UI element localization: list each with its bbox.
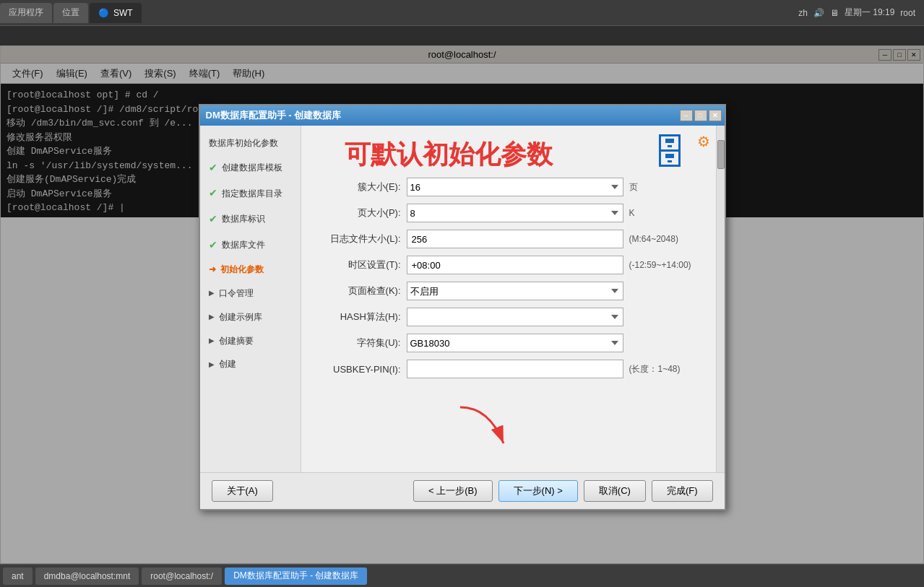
sidebar-item-summary[interactable]: ▶ 创建摘要: [200, 329, 301, 353]
scrollbar-thumb[interactable]: [717, 140, 725, 169]
tab-swt[interactable]: 🔵 SWT: [90, 3, 142, 23]
select-page-check[interactable]: 不启用 启用: [407, 282, 623, 300]
display-icon: 🖥: [830, 8, 839, 18]
check-icon-dir: ✔: [209, 186, 217, 201]
sidebar-label-initparam: 初始化参数: [220, 264, 264, 276]
footer-right: < 上一步(B) 下一步(N) > 取消(C) 完成(F): [413, 480, 712, 502]
hint-cluster: 页: [629, 181, 638, 194]
input-timezone[interactable]: [407, 256, 623, 274]
sidebar-label-create: 创建: [219, 358, 236, 370]
select-hash-algo[interactable]: SHA1 SHA256: [407, 308, 623, 326]
control-page: 8 4 16 32: [407, 204, 623, 222]
about-button[interactable]: 关于(A): [212, 480, 273, 502]
sidebar-label-sample: 创建示例库: [219, 311, 262, 323]
sidebar-item-passwd[interactable]: ▶ 口令管理: [200, 282, 301, 305]
control-timezone: [407, 256, 623, 274]
label-pagecheck: 页面检查(K):: [313, 284, 407, 297]
control-hash: SHA1 SHA256: [407, 308, 623, 326]
form-container: 簇大小(E): 16 8 32 64 页: [313, 178, 713, 378]
form-row-timezone: 时区设置(T): (-12:59~+14:00): [313, 256, 713, 274]
sidebar-item-dir[interactable]: ✔ 指定数据库目录: [200, 181, 301, 206]
db-icon: 🗄 ⚙: [652, 133, 709, 173]
dm-config-dialog: DM数据库配置助手 - 创建数据库 ─ □ ✕ 数据库初始化参数 ✔ 创建数据库…: [199, 104, 726, 510]
sidebar-label-dir: 指定数据库目录: [222, 188, 282, 200]
sidebar-item-template[interactable]: ✔ 创建数据库模板: [200, 155, 301, 181]
sidebar-label-template: 创建数据库模板: [222, 162, 282, 174]
select-page-size[interactable]: 8 4 16 32: [407, 204, 623, 222]
taskbar-btn-dm-config[interactable]: DM数据库配置助手 - 创建数据库: [225, 568, 367, 585]
main-window: root@localhost:/ ─ □ ✕ 文件(F) 编辑(E) 查看(V)…: [0, 45, 924, 564]
taskbar-right: zh 🔊 🖥 星期一 19:19 root: [798, 6, 924, 19]
label-cluster: 簇大小(E):: [313, 181, 407, 194]
dialog-title: DM数据库配置助手 - 创建数据库: [206, 109, 342, 122]
tri-icon-create: ▶: [209, 360, 215, 370]
hint-log: (M:64~2048): [629, 234, 678, 244]
label-log: 日志文件大小(L):: [313, 232, 407, 245]
taskbar-btn-ant[interactable]: ant: [3, 568, 33, 585]
form-row-usbkey: USBKEY-PIN(I): (长度：1~48): [313, 360, 713, 378]
input-usbkey-pin[interactable]: [407, 360, 623, 378]
select-cluster-size[interactable]: 16 8 32 64: [407, 178, 623, 196]
arrow-annotation: [446, 400, 532, 458]
sidebar-label-passwd: 口令管理: [219, 287, 254, 300]
volume-icon: 🔊: [813, 8, 824, 18]
check-icon-template: ✔: [209, 161, 217, 175]
lang-indicator: zh: [798, 8, 808, 18]
label-timezone: 时区设置(T):: [313, 258, 407, 271]
tri-icon-summary: ▶: [209, 336, 215, 346]
bottom-taskbar: ant dmdba@localhost:mnt root@localhost:/…: [0, 564, 924, 587]
form-row-cluster: 簇大小(E): 16 8 32 64 页: [313, 178, 713, 196]
section-title: 数据库初始化参数: [209, 137, 278, 149]
check-icon-dbid: ✔: [209, 212, 217, 227]
control-charset: GB18030 UTF-8 EUC-KR: [407, 334, 623, 352]
finish-button[interactable]: 完成(F): [652, 480, 713, 502]
dialog-window-controls: ─ □ ✕: [680, 110, 722, 121]
sidebar-item-dbid[interactable]: ✔ 数据库标识: [200, 206, 301, 232]
form-row-page: 页大小(P): 8 4 16 32 K: [313, 204, 713, 222]
tab-swt-label: SWT: [113, 8, 133, 18]
cancel-button[interactable]: 取消(C): [584, 480, 646, 502]
user-label: root: [900, 8, 915, 18]
taskbar-btn-root[interactable]: root@localhost:/: [142, 568, 222, 585]
prev-button[interactable]: < 上一步(B): [413, 480, 493, 502]
control-usbkey: [407, 360, 623, 378]
dialog-restore-button[interactable]: □: [694, 110, 707, 121]
hint-page: K: [629, 208, 635, 218]
control-pagecheck: 不启用 启用: [407, 282, 623, 300]
form-row-log: 日志文件大小(L): (M:64~2048): [313, 230, 713, 248]
footer-left: 关于(A): [212, 480, 273, 502]
label-usbkey: USBKEY-PIN(I):: [313, 364, 407, 375]
form-row-hash: HASH算法(H): SHA1 SHA256: [313, 308, 713, 326]
dialog-close-button[interactable]: ✕: [709, 110, 722, 121]
taskbar-btn-dmdba[interactable]: dmdba@localhost:mnt: [35, 568, 139, 585]
tab-app[interactable]: 应用程序: [0, 3, 52, 23]
hint-timezone: (-12:59~+14:00): [629, 260, 691, 270]
sidebar-item-create[interactable]: ▶ 创建: [200, 352, 301, 376]
form-row-pagecheck: 页面检查(K): 不启用 启用: [313, 282, 713, 300]
select-charset[interactable]: GB18030 UTF-8 EUC-KR: [407, 334, 623, 352]
tab-location-label: 位置: [62, 6, 79, 19]
tab-app-label: 应用程序: [9, 6, 43, 19]
dialog-body: 数据库初始化参数 ✔ 创建数据库模板 ✔ 指定数据库目录 ✔ 数据库标识: [200, 126, 725, 472]
sidebar-label-summary: 创建摘要: [219, 335, 254, 347]
sidebar-item-dbfile[interactable]: ✔ 数据库文件: [200, 232, 301, 258]
input-log-size[interactable]: [407, 230, 623, 248]
dialog-content: 可默认初始化参数 🗄 ⚙ 簇大小(E): 16: [301, 126, 725, 472]
form-row-charset: 字符集(U): GB18030 UTF-8 EUC-KR: [313, 334, 713, 352]
check-icon-dbfile: ✔: [209, 238, 217, 253]
sidebar-label-dbid: 数据库标识: [222, 213, 265, 225]
tab-location[interactable]: 位置: [53, 3, 88, 23]
hint-usbkey: (长度：1~48): [629, 363, 681, 375]
sidebar-item-sample[interactable]: ▶ 创建示例库: [200, 305, 301, 329]
dialog-footer: 关于(A) < 上一步(B) 下一步(N) > 取消(C) 完成(F): [200, 472, 725, 509]
top-taskbar: 应用程序 位置 🔵 SWT zh 🔊 🖥 星期一 19:19 root: [0, 0, 924, 26]
label-page: 页大小(P):: [313, 206, 407, 219]
sidebar-item-section-label: 数据库初始化参数: [200, 131, 301, 155]
datetime: 星期一 19:19: [845, 6, 894, 19]
sidebar-item-initparam[interactable]: ➜ 初始化参数: [200, 258, 301, 282]
scrollbar[interactable]: [716, 126, 725, 472]
next-button[interactable]: 下一步(N) >: [498, 480, 578, 502]
dialog-minimize-button[interactable]: ─: [680, 110, 693, 121]
dialog-titlebar: DM数据库配置助手 - 创建数据库 ─ □ ✕: [200, 105, 725, 126]
sidebar-label-dbfile: 数据库文件: [222, 239, 265, 251]
